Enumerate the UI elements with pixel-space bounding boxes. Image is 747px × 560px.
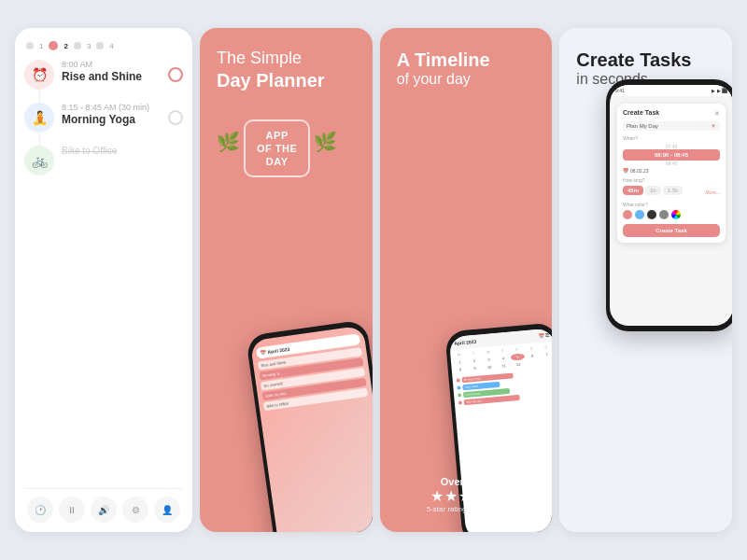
when-label: When? (623, 135, 720, 141)
app-container: 1 2 3 4 ⏰ 8:00 AM Rise and Shine 🧘 8:15 … (0, 9, 747, 551)
control-pause[interactable]: ⏸ (59, 497, 85, 523)
panel-app-preview: 1 2 3 4 ⏰ 8:00 AM Rise and Shine 🧘 8:15 … (15, 28, 192, 532)
color-blue[interactable] (635, 210, 644, 219)
plan-name-field[interactable]: Plan My Day ▼ (623, 121, 720, 131)
phone-screen-panel2: 📅April 2023 Rise and Shine Morning S... … (249, 326, 372, 532)
what-color-label: What color? (623, 202, 720, 207)
control-clock[interactable]: 🕐 (27, 497, 53, 523)
ct-phone-screen: 9:41 ▶ ▶ ⬛ Create Task ✕ Plan My Day ▼ (610, 85, 732, 326)
cal-month-label: April 2023 (454, 339, 476, 346)
nav-num-4: 4 (109, 42, 113, 50)
color-gray[interactable] (659, 210, 669, 219)
task-content-bike: Bike to Office (62, 146, 183, 156)
phone-mockup-panel2: 📅April 2023 Rise and Shine Morning S... … (261, 327, 373, 532)
control-user[interactable]: 👤 (154, 497, 180, 523)
chevron-down-icon: ▼ (711, 123, 716, 129)
color-rainbow[interactable] (671, 210, 681, 219)
task-content-rise: 8:00 AM Rise and Shine (62, 60, 161, 83)
duration-row: 45m 1h 1.5h (623, 186, 683, 195)
star-rating: ★★★★★ (427, 487, 505, 505)
calendar-icon: 📅 (623, 168, 628, 174)
panel3-title-line1: A Timeline (397, 49, 490, 71)
panel2-title: The Simple Day Planner (217, 49, 325, 91)
app-of-day-badge: APPOF THEDAY (244, 119, 310, 178)
task-content-yoga: 8:15 - 8:45 AM (30 min) Morning Yoga (62, 103, 161, 126)
color-pink[interactable] (623, 210, 632, 219)
bottom-controls: 🕐 ⏸ 🔊 ⚙ 👤 (24, 488, 183, 523)
nav-num-3: 3 (87, 42, 91, 50)
task-icon-alarm: ⏰ (24, 60, 54, 90)
dots-navigation: 1 2 3 4 (24, 41, 183, 50)
time-display[interactable]: 08:00 - 08:45 (623, 149, 720, 161)
control-sound[interactable]: 🔊 (91, 497, 117, 523)
task-morning-yoga: 🧘 8:15 - 8:45 AM (30 min) Morning Yoga (24, 103, 183, 133)
task-icon-bike: 🚲 (24, 146, 54, 175)
task-check-rise[interactable] (168, 67, 183, 82)
task-time-rise: 8:00 AM (62, 60, 161, 69)
duration-active[interactable]: 45m (623, 186, 643, 195)
panel-simple-day-planner: The Simple Day Planner 🌿 APPOF THEDAY 🌿 … (200, 28, 373, 532)
nav-num-2: 2 (63, 42, 67, 50)
panel4-title-line1: Create Tasks (576, 49, 691, 71)
duration-1-5h[interactable]: 1.5h (663, 186, 684, 195)
time-below: 09:40 (623, 161, 720, 166)
task-title-yoga: Morning Yoga (62, 113, 161, 126)
panel3-title-line2: of your day (397, 71, 471, 88)
create-task-modal: Create Task ✕ Plan My Day ▼ When? 07:45 … (617, 104, 726, 243)
control-settings[interactable]: ⚙ (122, 497, 148, 523)
nav-dot-4[interactable] (96, 42, 104, 49)
create-task-button[interactable]: Create Task (623, 224, 720, 237)
nav-dot-3[interactable] (74, 42, 81, 49)
panel2-title-line2: Day Planner (217, 69, 325, 91)
task-check-yoga[interactable] (168, 110, 183, 125)
task-time-yoga: 8:15 - 8:45 AM (30 min) (62, 103, 161, 112)
phone-body-panel2: 📅April 2023 Rise and Shine Morning S... … (246, 319, 373, 532)
cal-icons: 📅 ☰ (539, 332, 550, 339)
nav-num-1: 1 (39, 42, 43, 50)
how-long-label: How long? (623, 177, 720, 183)
task-title-bike: Bike to Office (62, 146, 183, 156)
laurel-right-icon: 🌿 (314, 131, 337, 153)
more-label[interactable]: More... (705, 189, 720, 195)
color-dark[interactable] (647, 210, 656, 219)
ratings-section: Over 220K ★★★★★ 5-star ratings worldwide (427, 476, 505, 513)
panel-create-tasks: Create Tasks in seconds 9:41 ▶ ▶ ⬛ Creat… (559, 28, 732, 532)
panel2-title-line1: The Simple (217, 49, 302, 67)
over-count-label: Over 220K (427, 476, 505, 487)
rating-subtitle: 5-star ratings worldwide (427, 505, 505, 513)
task-title-rise: Rise and Shine (62, 70, 161, 83)
ct-phone-body: 9:41 ▶ ▶ ⬛ Create Task ✕ Plan My Day ▼ (606, 79, 732, 331)
status-bar: 9:41 ▶ ▶ ⬛ (610, 85, 732, 96)
phone-create-task: 9:41 ▶ ▶ ⬛ Create Task ✕ Plan My Day ▼ (606, 79, 732, 331)
modal-title: Create Task (623, 109, 659, 116)
nav-dot-1[interactable] (26, 42, 34, 49)
date-row: 📅 08.02.23 (623, 168, 720, 174)
nav-dot-2[interactable] (49, 41, 58, 50)
duration-1h[interactable]: 1h (645, 186, 661, 195)
color-picker-row (623, 210, 720, 219)
laurel-left-icon: 🌿 (217, 131, 240, 153)
task-bike-office: 🚲 Bike to Office (24, 146, 183, 175)
task-icon-yoga: 🧘 (24, 103, 54, 133)
modal-close-icon[interactable]: ✕ (714, 110, 720, 118)
task-rise-shine: ⏰ 8:00 AM Rise and Shine (24, 60, 183, 90)
date-display: 08.02.23 (630, 168, 648, 174)
plan-name-text: Plan My Day (627, 123, 658, 129)
panel-timeline: A Timeline of your day April 2023 📅 ☰ M … (380, 28, 553, 532)
